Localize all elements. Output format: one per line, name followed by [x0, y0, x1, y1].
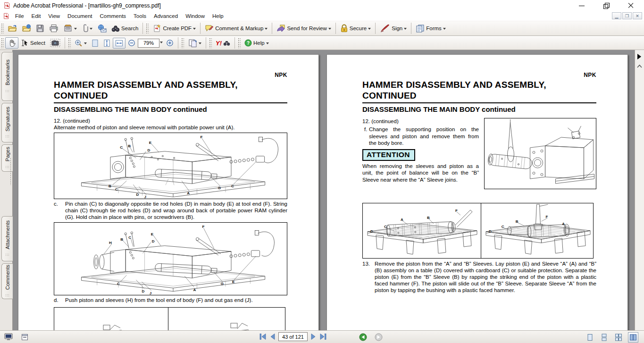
svg-text:J: J	[144, 194, 146, 198]
toolbar-grip[interactable]	[68, 38, 71, 48]
toolbar-grip[interactable]	[209, 38, 212, 48]
menu-help[interactable]: Help	[209, 12, 227, 20]
minimize-button[interactable]	[579, 3, 585, 8]
page-number-input[interactable]	[278, 332, 308, 341]
email-button[interactable]	[95, 23, 109, 34]
zoom-tool-dropdown[interactable]	[84, 42, 87, 46]
menu-file[interactable]: File	[11, 12, 28, 20]
file-toolbar: Search Create PDF Comment & Markup Send …	[0, 21, 644, 36]
heading-rule	[54, 102, 287, 103]
previous-view-button[interactable]	[359, 333, 368, 342]
comment-markup-button[interactable]: Comment & Markup	[202, 23, 270, 34]
previous-page-button[interactable]	[269, 333, 276, 341]
menu-comments[interactable]: Comments	[96, 12, 130, 20]
open-web-button[interactable]	[19, 23, 33, 34]
item-f-label: f.	[362, 126, 369, 146]
print-button[interactable]	[47, 23, 61, 34]
figure-piston-push: HB CD EF CD JA GE	[54, 222, 287, 295]
help-label: Help	[253, 40, 265, 46]
fit-page-button[interactable]	[89, 38, 101, 49]
page-display-button[interactable]	[185, 37, 204, 49]
secure-dropdown[interactable]	[368, 28, 371, 31]
open-button[interactable]	[5, 23, 19, 34]
next-view-button[interactable]	[374, 333, 383, 342]
figure-bottom-left	[54, 307, 168, 330]
zoom-out-button[interactable]	[125, 38, 138, 48]
hide-pane-arrow-icon[interactable]	[637, 54, 644, 59]
organizer-button[interactable]	[61, 23, 79, 34]
help-dropdown[interactable]	[266, 42, 269, 46]
yahoo-search-button[interactable]: Y!	[213, 38, 233, 48]
forms-dropdown[interactable]	[443, 28, 446, 31]
svg-text:D: D	[370, 229, 373, 234]
create-pdf-button[interactable]: Create PDF	[150, 23, 198, 34]
page-view-icon[interactable]	[21, 333, 29, 341]
help-button[interactable]: ?Help	[242, 38, 271, 48]
doc-minimize-button[interactable]: ▁	[612, 12, 621, 19]
next-page-button[interactable]	[310, 333, 317, 341]
first-page-button[interactable]	[259, 333, 267, 341]
doc-restore-button[interactable]: ❐	[622, 12, 632, 19]
facing-layout-button[interactable]	[628, 332, 638, 343]
last-page-button[interactable]	[319, 333, 327, 341]
menu-bar: File Edit View Document Comments Tools A…	[0, 11, 644, 21]
svg-text:A: A	[193, 288, 196, 292]
select-tool-button[interactable]: Select	[18, 38, 48, 48]
sidebar-tab-attachments[interactable]: Attachments	[1, 216, 13, 261]
send-for-review-button[interactable]: Send for Review	[274, 23, 333, 34]
send-for-review-dropdown[interactable]	[328, 28, 331, 31]
sidebar-tab-signatures[interactable]: Signatures	[1, 103, 13, 142]
vertical-scrollbar[interactable]	[635, 50, 644, 330]
toolbar-grip[interactable]	[146, 23, 149, 33]
search-button[interactable]: Search	[109, 23, 141, 34]
menu-advanced[interactable]: Advanced	[150, 12, 182, 20]
comment-markup-dropdown[interactable]	[265, 28, 268, 31]
toolbar-grip[interactable]	[238, 38, 241, 48]
attach-dropdown[interactable]	[90, 28, 92, 31]
menu-window[interactable]: Window	[182, 12, 209, 20]
zoom-tool-button[interactable]	[72, 38, 89, 49]
tab-grip	[5, 253, 10, 257]
fit-height-button[interactable]	[101, 38, 113, 49]
page-subheading: DISASSEMBLING THE MAIN BODY continued	[54, 105, 287, 113]
pane-splitter-handle[interactable]	[10, 158, 12, 185]
zoom-level-input[interactable]	[138, 39, 159, 48]
zoom-in-button[interactable]	[164, 38, 176, 48]
sign-dropdown[interactable]	[404, 28, 407, 31]
menu-document[interactable]: Document	[64, 12, 96, 20]
zoom-level-dropdown[interactable]	[160, 42, 163, 45]
fit-width-button[interactable]	[113, 38, 125, 49]
document-area[interactable]: NPK HAMMER DISASSEMBLY AND ASSEMBLY, CON…	[13, 50, 635, 330]
acrobat-window: Adobe Acrobat Professional - [martillos-…	[0, 0, 644, 343]
menu-tools[interactable]: Tools	[130, 12, 150, 20]
organizer-dropdown[interactable]	[74, 28, 77, 31]
continuous-layout-button[interactable]	[599, 332, 609, 343]
scroll-up-icon[interactable]	[636, 64, 643, 68]
toolbar-grip[interactable]	[1, 23, 4, 33]
toolbar-grip[interactable]	[1, 38, 4, 48]
restore-button[interactable]	[603, 3, 609, 8]
doc-close-button[interactable]: ✕	[633, 12, 642, 19]
heading-rule	[362, 102, 596, 103]
svg-text:D: D	[142, 289, 145, 293]
hand-tool-button[interactable]	[5, 37, 18, 49]
toolbar-grip[interactable]	[181, 38, 184, 48]
secure-button[interactable]: Secure	[338, 23, 373, 34]
snapshot-tool-button[interactable]	[48, 37, 63, 49]
single-page-layout-button[interactable]	[585, 332, 595, 343]
sidebar-tab-bookmarks[interactable]: Bookmarks	[1, 52, 13, 101]
page-display-dropdown[interactable]	[199, 42, 201, 46]
comment-markup-label: Comment & Markup	[215, 25, 263, 31]
screen-mode-icon[interactable]	[4, 333, 13, 341]
svg-text:C: C	[120, 145, 123, 149]
menu-view[interactable]: View	[44, 12, 64, 20]
create-pdf-dropdown[interactable]	[193, 28, 196, 31]
menu-edit[interactable]: Edit	[28, 12, 45, 20]
continuous-facing-layout-button[interactable]	[613, 332, 624, 343]
sign-button[interactable]: Sign	[377, 23, 409, 34]
attach-button[interactable]	[79, 23, 95, 34]
forms-button[interactable]: Forms	[413, 23, 448, 34]
save-button[interactable]	[33, 23, 47, 34]
close-button[interactable]	[628, 3, 634, 8]
sidebar-tab-comments[interactable]: Comments	[1, 263, 13, 299]
